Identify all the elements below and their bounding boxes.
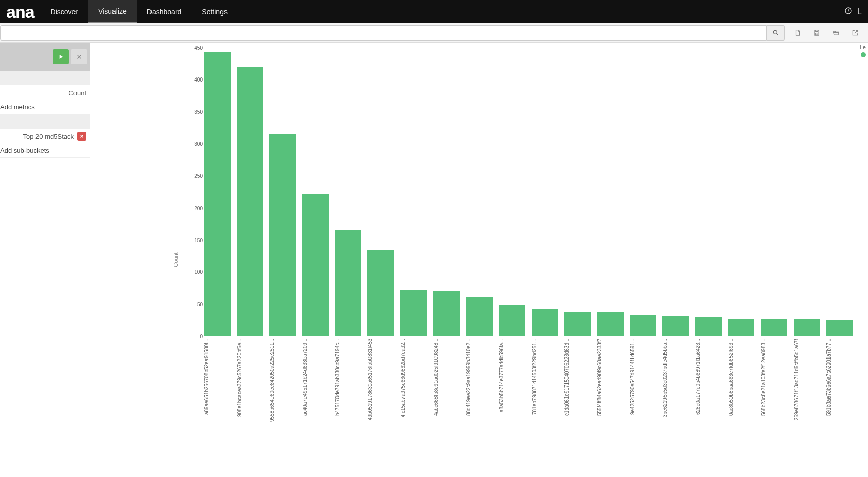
nav-tab-discover[interactable]: Discover xyxy=(41,0,88,23)
x-tick-label: f4fc15ab7a975e66d9862bd7ead2... xyxy=(400,339,427,465)
y-tick: 300 xyxy=(194,141,203,147)
search-button[interactable] xyxy=(767,25,785,41)
bar[interactable] xyxy=(826,320,853,336)
add-metrics-button[interactable]: Add metrics xyxy=(0,100,90,114)
chart-area: Le Count 050100150200250300350400450 a89… xyxy=(90,43,868,477)
nav-tab-dashboard[interactable]: Dashboard xyxy=(137,0,192,23)
x-tick-label: 269e878671f13ad711d9cffb5d1a67f xyxy=(794,339,820,465)
bar[interactable] xyxy=(335,230,362,336)
discard-button[interactable] xyxy=(71,49,87,64)
filter-bar xyxy=(0,23,868,43)
bar[interactable] xyxy=(728,319,755,336)
remove-agg-button[interactable] xyxy=(77,132,86,141)
y-axis-ticks: 050100150200250300350400450 xyxy=(188,48,203,336)
bar[interactable] xyxy=(695,317,722,336)
x-axis-line xyxy=(204,336,853,336)
bar[interactable] xyxy=(204,52,231,336)
bar[interactable] xyxy=(237,67,263,336)
x-tick-label: 88d419ee22c9aa19999b3410e2... xyxy=(466,339,493,465)
y-tick: 150 xyxy=(194,237,203,243)
svg-rect-2 xyxy=(816,33,818,35)
close-icon xyxy=(76,53,83,60)
app-logo: ana xyxy=(0,0,41,23)
metrics-section: Count Add metrics xyxy=(0,71,90,114)
bar[interactable] xyxy=(597,312,624,336)
vis-editor-sidebar: Count Add metrics Top 20 md5Stack Add su… xyxy=(0,43,90,477)
bars-container xyxy=(204,48,853,336)
clock-icon[interactable] xyxy=(844,7,852,17)
y-tick: 0 xyxy=(200,334,203,339)
bar[interactable] xyxy=(400,290,427,336)
bar[interactable] xyxy=(761,319,787,336)
add-sub-buckets-button[interactable]: Add sub-buckets xyxy=(0,144,90,157)
bar[interactable] xyxy=(532,309,558,336)
legend-color-dot xyxy=(861,52,866,57)
sidebar-controls xyxy=(0,43,90,71)
share-icon xyxy=(852,29,859,36)
buckets-section: Top 20 md5Stack Add sub-buckets xyxy=(0,114,90,158)
bar[interactable] xyxy=(662,316,689,336)
apply-button[interactable] xyxy=(53,49,69,64)
open-button[interactable] xyxy=(827,25,845,41)
new-doc-icon xyxy=(794,29,801,36)
bar[interactable] xyxy=(269,134,296,336)
x-tick-label: 555f4ff84a62ea490f9c68ae2333f7 xyxy=(597,339,624,465)
x-tick-label: 568b23c8e21a103fe2f12ea8983... xyxy=(761,339,787,465)
share-button[interactable] xyxy=(847,25,864,41)
x-tick-label: ac40a7e495171b24d633ba7209... xyxy=(302,339,329,465)
metric-agg-row[interactable]: Count xyxy=(0,85,90,100)
search-input[interactable] xyxy=(1,26,766,40)
x-tick-label: 628e0a177e0b4b68971f1a6423... xyxy=(695,339,722,465)
metrics-header xyxy=(0,71,90,85)
x-axis-labels: a89ae651b256708b52ea91580f...908e1bcacea… xyxy=(204,339,853,465)
nav-right: L xyxy=(844,0,868,23)
x-tick-label: 781eb798871d14503f229bd251... xyxy=(532,339,558,465)
x-tick-label: c1da061e91715040706223d63d... xyxy=(564,339,591,465)
bar[interactable] xyxy=(433,291,460,336)
nav-tab-visualize[interactable]: Visualize xyxy=(88,0,137,23)
bar[interactable] xyxy=(630,315,657,336)
x-tick-label: a8a53b5b714e3777a4db596fa... xyxy=(499,339,525,465)
top-nav: ana Discover Visualize Dashboard Setting… xyxy=(0,0,868,23)
save-button[interactable] xyxy=(808,25,825,41)
bar[interactable] xyxy=(466,297,493,336)
bar[interactable] xyxy=(302,194,329,336)
y-axis-label: Count xyxy=(173,252,179,267)
buckets-header xyxy=(0,114,90,129)
x-tick-label: b475170de791ab330cb9a7194c... xyxy=(335,339,362,465)
search-box xyxy=(0,25,767,41)
save-icon xyxy=(813,29,820,36)
bar[interactable] xyxy=(499,305,525,336)
x-tick-label: 9558b654e60ee842050a225e2511... xyxy=(269,339,296,465)
bar[interactable] xyxy=(367,250,394,336)
folder-open-icon xyxy=(833,29,840,36)
play-icon xyxy=(57,53,64,60)
x-tick-label: 9e42525790e547d9144f1d6591... xyxy=(630,339,657,465)
nav-tab-settings[interactable]: Settings xyxy=(192,0,238,23)
x-tick-label: 4abc668fb8e91ad025f91098248... xyxy=(433,339,460,465)
svg-point-1 xyxy=(773,30,777,34)
bar[interactable] xyxy=(564,312,591,336)
vis-toolbar xyxy=(785,25,868,41)
metric-agg-label: Count xyxy=(68,89,86,97)
x-axis-agg-row[interactable]: Top 20 md5Stack xyxy=(0,129,90,144)
new-vis-button[interactable] xyxy=(789,25,806,41)
y-tick: 250 xyxy=(194,173,203,179)
y-tick: 200 xyxy=(194,205,203,211)
chart-legend[interactable]: Le xyxy=(860,44,866,58)
x-tick-label: 591b8ae73b6e6a7c62001a7b77... xyxy=(826,339,853,465)
x-axis-agg-label: Top 20 md5Stack xyxy=(23,133,74,140)
x-tick-label: a89ae651b256708b52ea91580f... xyxy=(204,339,231,465)
x-tick-label: 49b0519178630a65176fab0831f453 xyxy=(367,339,394,465)
bar[interactable] xyxy=(794,319,820,336)
y-tick: 400 xyxy=(194,77,203,83)
y-tick: 450 xyxy=(194,45,203,51)
x-tick-label: 3be62195b5d3e0237bdfc4d5bba... xyxy=(662,339,689,465)
chart-plot: 050100150200250300350400450 xyxy=(204,48,853,336)
y-tick: 100 xyxy=(194,269,203,275)
legend-title: Le xyxy=(860,44,866,50)
remove-icon xyxy=(79,134,84,139)
x-tick-label: 908e1bcacea379c5267a220bf6e... xyxy=(237,339,263,465)
time-picker-label[interactable]: L xyxy=(857,7,862,16)
search-icon xyxy=(772,29,779,36)
